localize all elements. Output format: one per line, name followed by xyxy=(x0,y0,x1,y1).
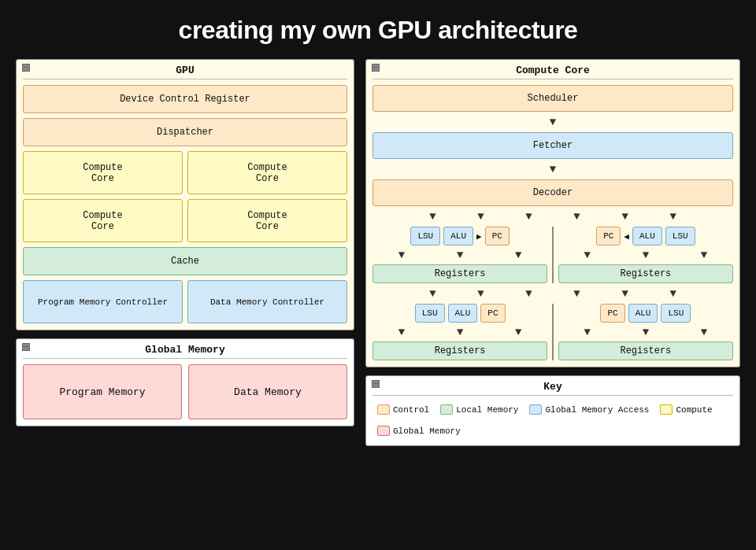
key-item-compute: Compute xyxy=(660,404,712,415)
key-swatch-global xyxy=(377,426,390,436)
key-label-control: Control xyxy=(393,405,429,415)
key-item-global-memory: Global Memory xyxy=(377,426,461,436)
global-memory-row: Program Memory Data Memory xyxy=(23,364,347,419)
lsu-right-2: LSU xyxy=(661,304,691,323)
vertical-divider-2 xyxy=(552,304,554,360)
registers-right-2: Registers xyxy=(558,341,733,360)
cache: Cache xyxy=(23,247,347,275)
arrow-pc-alu-right-1: ◀ xyxy=(624,231,629,242)
left-exec-unit-2: LSU ALU PC ▼ ▼ ▼ Registers xyxy=(372,304,547,360)
arrow-dec-6: ▼ xyxy=(669,211,676,222)
alu-left-1: ALU xyxy=(443,227,473,245)
data-memory-controller: Data Memory Controller xyxy=(187,280,347,323)
gpu-diagram: ─ GPU Device Control Register Dispatcher… xyxy=(16,59,354,330)
lsu-right-1: LSU xyxy=(665,227,695,245)
gpu-title: GPU xyxy=(23,65,347,79)
memory-controllers-row: Program Memory Controller Data Memory Co… xyxy=(23,280,347,323)
registers-left-2: Registers xyxy=(372,341,547,360)
arrow-dec-1: ▼ xyxy=(429,211,435,222)
key-item-global-access: Global Memory Access xyxy=(529,404,649,415)
arrow-scheduler-fetcher: ▼ xyxy=(550,116,556,127)
compute-core-diagram: ─ Compute Core Scheduler ▼ Fetcher ▼ Dec… xyxy=(365,59,740,367)
lsu-alu-pc-row-left-1: LSU ALU ▶ PC xyxy=(372,227,547,245)
program-memory-controller: Program Memory Controller xyxy=(23,280,183,323)
left-column: ─ GPU Device Control Register Dispatcher… xyxy=(16,59,354,426)
device-control-register: Device Control Register xyxy=(23,85,347,113)
data-memory: Data Memory xyxy=(188,364,347,419)
alu-right-2: ALU xyxy=(628,304,658,323)
execution-units-row2: LSU ALU PC ▼ ▼ ▼ Registers xyxy=(372,304,733,360)
pc-right-2: PC xyxy=(600,304,624,323)
key-swatch-control xyxy=(377,404,390,415)
pc-left-2: PC xyxy=(480,304,505,323)
arrow-fetcher-decoder: ▼ xyxy=(550,164,556,175)
key-label-compute: Compute xyxy=(676,405,712,415)
compute-cores-row1: ComputeCore ComputeCore xyxy=(23,151,347,194)
lsu-alu-pc-row-right-2: PC ALU LSU xyxy=(558,304,733,323)
alu-right-1: ALU xyxy=(632,227,662,245)
lsu-alu-pc-row-left-2: LSU ALU PC xyxy=(372,304,547,323)
compute-core-3: ComputeCore xyxy=(23,199,183,242)
alu-left-2: ALU xyxy=(448,304,478,323)
key-swatch-compute xyxy=(660,404,673,415)
compute-core-4: ComputeCore xyxy=(187,199,347,242)
key-title: Key xyxy=(372,381,733,396)
global-memory-title: Global Memory xyxy=(23,344,347,359)
execution-units-row1: LSU ALU ▶ PC ▼ ▼ ▼ Registers xyxy=(372,227,733,283)
gpu-inner: Device Control Register Dispatcher Compu… xyxy=(23,85,347,323)
compute-core-1: ComputeCore xyxy=(23,151,183,194)
cc-inner: Scheduler ▼ Fetcher ▼ Decoder ▼ ▼ ▼ ▼ ▼ … xyxy=(372,85,733,360)
pc-right-1: PC xyxy=(596,227,621,245)
compute-core-2: ComputeCore xyxy=(187,151,347,194)
minimize-btn-global[interactable]: ─ xyxy=(22,343,30,351)
dispatcher: Dispatcher xyxy=(23,118,347,146)
arrows-to-reg-left-1: ▼ ▼ ▼ xyxy=(372,249,547,261)
lsu-left-2: LSU xyxy=(415,304,445,323)
registers-right-1: Registers xyxy=(558,264,733,283)
mid-arrows: ▼ ▼ ▼ ▼ ▼ ▼ xyxy=(372,287,733,300)
key-item-local-memory: Local Memory xyxy=(440,404,518,415)
key-label-local: Local Memory xyxy=(456,405,518,415)
compute-cores-row2: ComputeCore ComputeCore xyxy=(23,199,347,242)
program-memory: Program Memory xyxy=(23,364,182,419)
decoder: Decoder xyxy=(372,179,733,206)
right-exec-unit-2: PC ALU LSU ▼ ▼ ▼ Registers xyxy=(558,304,733,360)
pc-left-1: PC xyxy=(485,227,510,245)
arrows-to-reg-left-2: ▼ ▼ ▼ xyxy=(372,326,547,338)
lsu-left-1: LSU xyxy=(410,227,440,245)
arrow-dec-5: ▼ xyxy=(621,211,628,222)
minimize-btn-gpu[interactable]: ─ xyxy=(22,64,30,72)
arrows-to-reg-right-1: ▼ ▼ ▼ xyxy=(558,249,733,261)
diagrams-row: ─ GPU Device Control Register Dispatcher… xyxy=(16,59,740,446)
right-column: ─ Compute Core Scheduler ▼ Fetcher ▼ Dec… xyxy=(365,59,740,446)
compute-core-title: Compute Core xyxy=(372,65,733,79)
arrow-dec-3: ▼ xyxy=(525,211,532,222)
vertical-divider xyxy=(552,227,554,283)
right-exec-unit-1: PC ◀ ALU LSU ▼ ▼ ▼ Registers xyxy=(558,227,733,283)
arrow-alu-pc-left-1: ▶ xyxy=(476,231,482,242)
fetcher: Fetcher xyxy=(372,132,733,159)
arrows-to-reg-right-2: ▼ ▼ ▼ xyxy=(558,326,733,338)
arrow-dec-4: ▼ xyxy=(573,211,580,222)
lsu-alu-pc-row-right-1: PC ◀ ALU LSU xyxy=(558,227,733,245)
key-diagram: ─ Key Control Local Memory Global Memory… xyxy=(365,375,740,446)
scheduler: Scheduler xyxy=(372,85,733,112)
key-swatch-local xyxy=(440,404,453,415)
decoder-arrows: ▼ ▼ ▼ ▼ ▼ ▼ xyxy=(372,210,733,223)
page-title: creating my own GPU architecture xyxy=(179,16,578,45)
arrow-dec-2: ▼ xyxy=(477,211,484,222)
registers-left-1: Registers xyxy=(372,264,547,283)
left-exec-unit-1: LSU ALU ▶ PC ▼ ▼ ▼ Registers xyxy=(372,227,547,283)
global-memory-diagram: ─ Global Memory Program Memory Data Memo… xyxy=(16,338,354,426)
key-swatch-global-access xyxy=(529,404,542,415)
minimize-btn-key[interactable]: ─ xyxy=(372,380,380,388)
minimize-btn-cc[interactable]: ─ xyxy=(372,64,380,72)
key-item-control: Control xyxy=(377,404,429,415)
key-label-global-access: Global Memory Access xyxy=(545,405,649,415)
key-inner: Control Local Memory Global Memory Acces… xyxy=(372,401,733,439)
key-label-global: Global Memory xyxy=(393,426,461,436)
